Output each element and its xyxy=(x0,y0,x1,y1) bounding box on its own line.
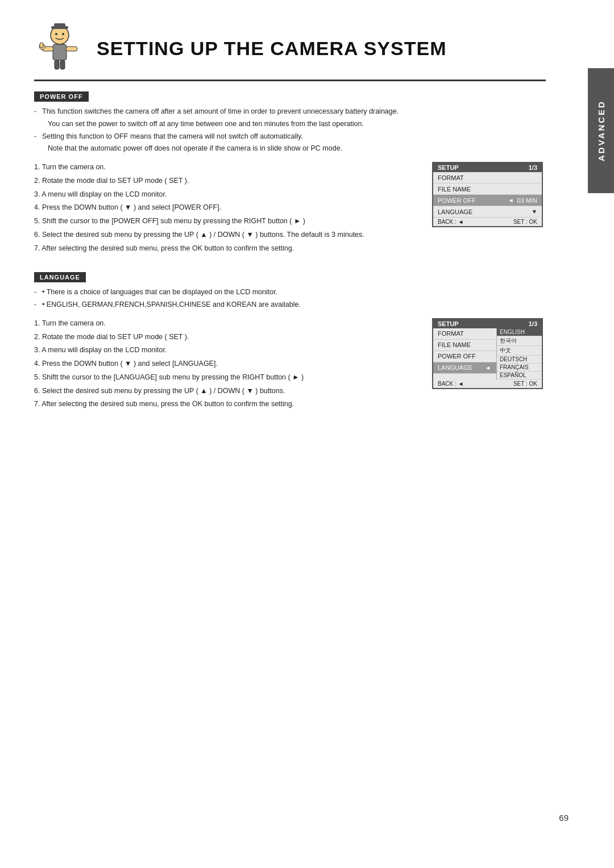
lcd-page: 1/3 xyxy=(529,320,537,327)
lcd-screen-language: SETUP 1/3 FORMAT FILE NAME xyxy=(432,318,543,389)
lcd-row-filename: FILE NAME xyxy=(433,340,496,351)
step-item: 7. After selecting the desired sub menu,… xyxy=(34,399,421,410)
svg-rect-4 xyxy=(54,23,65,28)
lcd-page: 1/3 xyxy=(529,164,537,171)
lcd-footer: BACK : ◄ SET : OK xyxy=(433,379,542,388)
power-off-steps: 1. Turn the camera on. 2. Rotate the mod… xyxy=(34,162,421,256)
lang-option-chinese: 中文 xyxy=(497,346,542,356)
svg-rect-11 xyxy=(60,60,65,69)
lcd-row-label: FORMAT xyxy=(438,330,492,337)
intro-item: • There is a choice of languages that ca… xyxy=(34,287,546,298)
power-off-two-col: 1. Turn the camera on. 2. Rotate the mod… xyxy=(34,162,546,256)
lang-option-deutsch: DEUTSCH xyxy=(497,356,542,364)
lcd-row-label: LANGUAGE xyxy=(438,208,532,215)
svg-rect-10 xyxy=(55,60,59,69)
svg-point-2 xyxy=(62,33,64,35)
step-item: 2. Rotate the mode dial to SET UP mode (… xyxy=(34,176,421,186)
language-intro: • There is a choice of languages that ca… xyxy=(34,287,546,310)
lang-option-espanol: ESPAÑOL xyxy=(497,372,542,379)
intro-item: Setting this function to OFF means that … xyxy=(34,131,546,142)
mascot-icon xyxy=(34,23,85,74)
language-steps: 1. Turn the camera on. 2. Rotate the mod… xyxy=(34,318,421,412)
lcd-row-label: POWER OFF xyxy=(438,353,492,360)
lcd-row-poweroff: POWER OFF ◄ 03 MIN xyxy=(433,195,542,206)
page-container: ADVANCED xyxy=(0,0,614,868)
step-item: 2. Rotate the mode dial to SET UP mode (… xyxy=(34,332,421,343)
step-item: 3. A menu will display on the LCD monito… xyxy=(34,189,421,200)
main-content: SETTING UP THE CAMERA SYSTEM POWER OFF T… xyxy=(34,0,580,412)
step-item: 4. Press the DOWN button ( ▼ ) and selec… xyxy=(34,202,421,213)
lcd-row-label: LANGUAGE xyxy=(438,364,485,371)
lcd-ok: SET : OK xyxy=(513,381,537,387)
lcd-row-label: POWER OFF xyxy=(438,197,508,204)
svg-rect-5 xyxy=(53,44,67,60)
power-off-intro: This function switches the camera off af… xyxy=(34,106,546,154)
lcd-main-labels: FORMAT FILE NAME POWER OFF LANGUAGE xyxy=(433,328,496,379)
svg-rect-7 xyxy=(66,47,77,51)
page-title: SETTING UP THE CAMERA SYSTEM xyxy=(97,37,447,60)
step-item: 1. Turn the camera on. xyxy=(34,162,421,173)
lcd-row-poweroff: POWER OFF xyxy=(433,351,496,362)
step-item: 3. A menu will display on the LCD monito… xyxy=(34,345,421,356)
lcd-submenu-area: FORMAT FILE NAME POWER OFF LANGUAGE xyxy=(433,328,542,379)
lcd-row-language-highlighted: LANGUAGE ◄ xyxy=(433,362,496,374)
lcd-title: SETUP xyxy=(438,320,459,327)
lcd-row-filename: FILE NAME xyxy=(433,183,542,195)
lang-option-francais: FRANÇAIS xyxy=(497,364,542,372)
lcd-footer: BACK : ◄ SET : OK xyxy=(433,218,542,226)
lcd-row-value: 03 MIN xyxy=(517,197,537,204)
lang-option-english: ENGLISH xyxy=(497,328,542,336)
language-label: LANGUAGE xyxy=(34,272,86,282)
step-item: 5. Shift the cursor to the [POWER OFF] s… xyxy=(34,216,421,227)
lcd-row-format: FORMAT xyxy=(433,172,542,183)
language-section: LANGUAGE • There is a choice of language… xyxy=(34,272,546,412)
intro-item: • ENGLISH, GERMAN,FRENCH,SPANISH,CHINESE… xyxy=(34,299,546,310)
step-item: 6. Select the desired sub menu by pressi… xyxy=(34,229,421,240)
lcd-title: SETUP xyxy=(438,164,459,171)
lcd-row-label: FILE NAME xyxy=(438,341,492,348)
step-item: 4. Press the DOWN button ( ▼ ) and selec… xyxy=(34,358,421,369)
lcd-header: SETUP 1/3 xyxy=(433,319,542,328)
step-item: 7. After selecting the desired sub menu,… xyxy=(34,243,421,254)
power-off-lcd: SETUP 1/3 FORMAT FILE NAME xyxy=(432,162,546,227)
lcd-header: SETUP 1/3 xyxy=(433,163,542,172)
svg-point-1 xyxy=(55,33,57,35)
lang-option-korean: 한국어 xyxy=(497,336,542,346)
lcd-row-language: LANGUAGE ▼ xyxy=(433,206,542,218)
svg-rect-9 xyxy=(40,43,43,48)
lcd-row-format: FORMAT xyxy=(433,328,496,340)
page-number: 69 xyxy=(559,813,569,823)
intro-item: Note that the automatic power off does n… xyxy=(34,143,546,154)
intro-item: You can set the power to switch off at a… xyxy=(34,119,546,130)
advanced-tab: ADVANCED xyxy=(588,68,614,193)
intro-item: This function switches the camera off af… xyxy=(34,106,546,117)
lcd-row-label: FORMAT xyxy=(438,174,537,181)
arrow-left-icon: ◄ xyxy=(485,365,491,371)
steps-list: 1. Turn the camera on. 2. Rotate the mod… xyxy=(34,318,421,410)
lcd-row-label: FILE NAME xyxy=(438,186,537,193)
step-item: 6. Select the desired sub menu by pressi… xyxy=(34,386,421,397)
step-item: 1. Turn the camera on. xyxy=(34,318,421,329)
arrow-left-icon: ◄ xyxy=(508,197,514,203)
lcd-back: BACK : ◄ xyxy=(438,381,463,387)
language-two-col: 1. Turn the camera on. 2. Rotate the mod… xyxy=(34,318,546,412)
arrow-down-icon: ▼ xyxy=(532,208,537,215)
step-item: 5. Shiftt the cursor to the [LANGUAGE] s… xyxy=(34,372,421,383)
power-off-label: POWER OFF xyxy=(34,91,89,102)
lcd-screen-power-off: SETUP 1/3 FORMAT FILE NAME xyxy=(432,162,543,227)
lcd-ok: SET : OK xyxy=(513,219,537,225)
lcd-submenu-options: ENGLISH 한국어 中文 DEUTSCH FRANÇAIS ESPAÑOL xyxy=(496,328,542,379)
steps-list: 1. Turn the camera on. 2. Rotate the mod… xyxy=(34,162,421,253)
lcd-back: BACK : ◄ xyxy=(438,219,463,225)
power-off-section: POWER OFF This function switches the cam… xyxy=(34,91,546,256)
language-lcd: SETUP 1/3 FORMAT FILE NAME xyxy=(432,318,546,389)
page-header: SETTING UP THE CAMERA SYSTEM xyxy=(34,23,546,81)
